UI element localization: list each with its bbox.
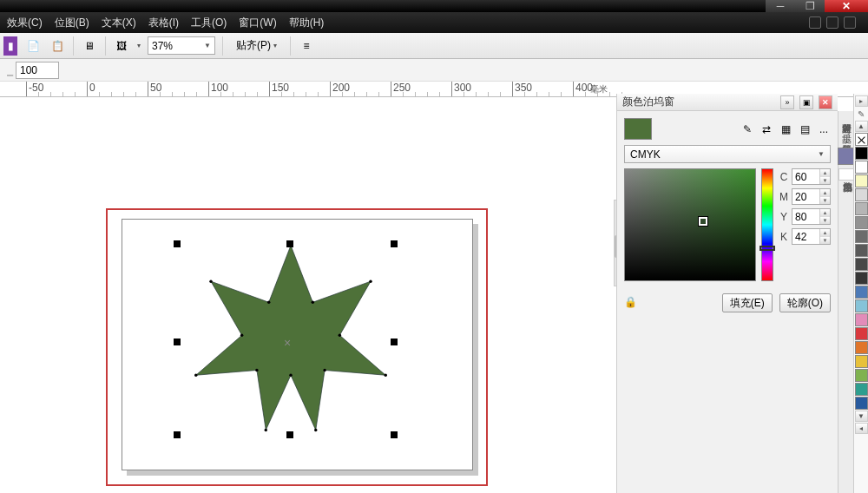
handle-bot-left[interactable] [174, 431, 181, 438]
numeric-input[interactable]: 100 [16, 62, 59, 79]
handle-mid-right[interactable] [391, 339, 398, 345]
palette-scroll-up[interactable]: ▲ [855, 121, 868, 132]
palette-swatch[interactable] [855, 383, 868, 396]
canvas-area[interactable]: × [0, 97, 616, 493]
palette-swatch[interactable] [855, 202, 868, 215]
color-field[interactable] [624, 168, 756, 281]
separator [105, 36, 106, 56]
zoom-select[interactable]: 37% ▼ [148, 36, 215, 55]
snap-button[interactable]: 贴齐(P) ▾ [230, 36, 283, 56]
model-value: CMYK [630, 148, 661, 161]
fullscreen-button[interactable]: 🖥 [81, 37, 98, 55]
palette-swatch[interactable] [855, 286, 868, 299]
input-k[interactable]: 42▲▼ [792, 228, 831, 245]
color-model-select[interactable]: CMYK ▼ [624, 145, 831, 163]
palette-swatch[interactable] [855, 147, 868, 160]
window-maximize-button[interactable]: ❐ [795, 0, 825, 12]
docker-header[interactable]: 颜色泊坞窗 » ▣ ✕ [617, 94, 838, 111]
palette-menu-button[interactable]: ▸ [855, 95, 868, 107]
fill-preview-swatch[interactable] [838, 148, 855, 165]
docker-more-button[interactable]: ... [817, 122, 831, 136]
doc-restore-button[interactable] [826, 16, 838, 29]
paste-button[interactable]: 📋 [49, 37, 66, 55]
palette-swatch[interactable] [855, 258, 868, 271]
options-button[interactable]: ≡ [298, 37, 315, 55]
spin-up[interactable]: ▲ [820, 169, 830, 177]
palette-swatch[interactable] [855, 327, 868, 340]
palette-swatch[interactable] [855, 161, 868, 174]
spin-up[interactable]: ▲ [820, 209, 830, 217]
numeric-value: 100 [20, 64, 37, 76]
palette-swatch[interactable] [855, 230, 868, 243]
color-field-thumb[interactable] [699, 217, 707, 226]
copy-button[interactable]: 📄 [24, 37, 42, 55]
spin-down[interactable]: ▼ [820, 197, 830, 205]
palette-swatch[interactable] [855, 216, 868, 229]
palette-swatch[interactable] [855, 369, 868, 382]
eyedropper-icon[interactable]: ✎ [740, 122, 754, 136]
handle-top-mid[interactable] [286, 240, 293, 247]
menu-tools[interactable]: 工具(O) [191, 16, 227, 30]
docker-collapse-button[interactable]: » [780, 95, 794, 109]
menu-bar: 效果(C) 位图(B) 文本(X) 表格(I) 工具(O) 窗口(W) 帮助(H… [0, 12, 868, 33]
handle-mid-left[interactable] [174, 339, 181, 345]
palette-swatch[interactable] [855, 174, 868, 187]
ruler-tick: 400 [573, 82, 593, 97]
menu-window[interactable]: 窗口(W) [239, 16, 276, 30]
palette-swatch[interactable] [855, 313, 868, 326]
handle-top-right[interactable] [391, 240, 398, 247]
menu-effects[interactable]: 效果(C) [7, 16, 43, 30]
lock-icon[interactable]: 🔒 [624, 296, 638, 310]
svg-point-13 [267, 301, 270, 304]
chevron-down-icon: ▼ [204, 42, 211, 49]
eyedropper-mini-icon[interactable]: ✎ [855, 108, 867, 120]
menu-bitmap[interactable]: 位图(B) [55, 16, 89, 30]
palette-scroll-down[interactable]: ▼ [855, 411, 868, 422]
hue-slider[interactable] [761, 168, 773, 281]
handle-bot-right[interactable] [391, 431, 398, 438]
input-y[interactable]: 80▲▼ [792, 208, 831, 225]
image-button[interactable]: 🖼 [113, 37, 130, 55]
doc-close-button[interactable] [844, 16, 856, 29]
dropdown-arrow-icon[interactable]: ▾ [137, 42, 141, 49]
palette-swatch[interactable] [855, 188, 868, 201]
menu-text[interactable]: 文本(X) [102, 16, 136, 30]
spin-down[interactable]: ▼ [820, 237, 830, 245]
outline-button[interactable]: 轮廓(O) [779, 293, 831, 312]
palettes-icon[interactable]: ▤ [798, 122, 812, 136]
spin-up[interactable]: ▲ [820, 189, 830, 197]
svg-point-2 [369, 279, 372, 282]
svg-point-6 [314, 429, 317, 431]
palette-swatch[interactable] [855, 355, 868, 368]
palette-swatch[interactable] [855, 341, 868, 354]
menu-help[interactable]: 帮助(H) [289, 16, 325, 30]
input-m[interactable]: 20▲▼ [792, 188, 831, 205]
handle-bot-mid[interactable] [286, 431, 293, 438]
current-color-swatch[interactable] [624, 118, 652, 140]
hue-marker[interactable] [760, 246, 775, 251]
doc-minimize-button[interactable] [809, 16, 821, 29]
docker-close-button[interactable]: ✕ [819, 95, 832, 109]
spin-up[interactable]: ▲ [820, 229, 830, 237]
input-c[interactable]: 60▲▼ [792, 168, 831, 185]
svg-point-12 [209, 279, 212, 282]
app-icon[interactable]: ▮ [3, 36, 17, 56]
window-minimize-button[interactable]: ─ [766, 0, 795, 12]
docker-menu-button[interactable]: ▣ [799, 95, 813, 109]
palette-swatch[interactable] [855, 299, 868, 312]
palette-swatch[interactable] [855, 244, 868, 257]
window-close-button[interactable]: ✕ [825, 0, 868, 12]
spin-down[interactable]: ▼ [820, 217, 830, 225]
palette-expand-button[interactable]: ◂ [855, 423, 868, 434]
fill-button[interactable]: 填充(E) [722, 293, 773, 312]
color-viewer-icon[interactable]: ▦ [779, 122, 792, 136]
spin-down[interactable]: ▼ [820, 177, 830, 185]
selection-center-icon[interactable]: × [284, 336, 291, 350]
palette-swatch[interactable] [855, 272, 868, 285]
swatch-none[interactable] [855, 133, 868, 146]
palette-swatch[interactable] [855, 397, 868, 410]
handle-top-left[interactable] [174, 240, 181, 247]
menu-table[interactable]: 表格(I) [148, 16, 179, 30]
separator [222, 36, 223, 56]
sliders-icon[interactable]: ⇄ [760, 122, 773, 136]
